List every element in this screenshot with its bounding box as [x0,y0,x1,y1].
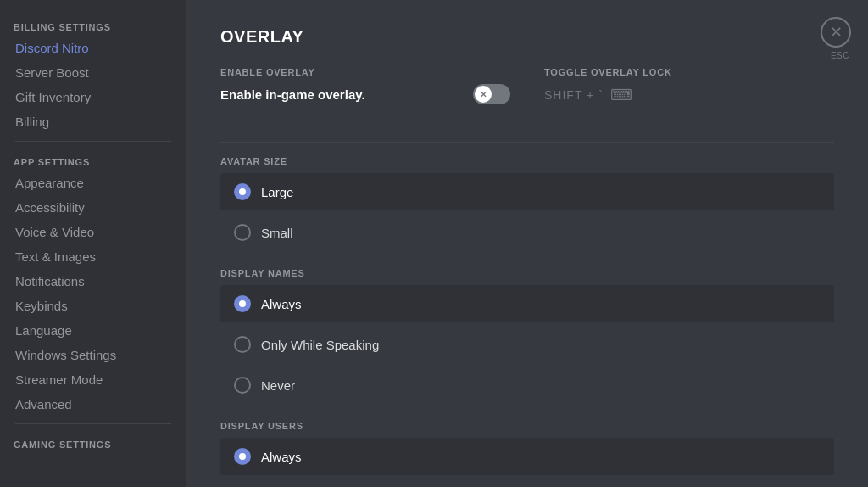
radio-label-large: Large [261,185,293,199]
radio-always-names[interactable]: Always [220,285,834,322]
app-settings-label: APP SETTINGS [7,152,180,171]
esc-label: ESC [831,51,849,60]
sidebar-item-label: Notifications [15,274,85,288]
sidebar-item-streamer-mode[interactable]: Streamer Mode [7,367,180,392]
sidebar-item-gift-inventory[interactable]: Gift Inventory [7,85,180,109]
radio-label-always-names: Always [261,297,302,311]
radio-circle-large [234,183,251,200]
sidebar-item-label: Server Boost [15,65,89,80]
sidebar-item-label: Windows Settings [15,348,116,362]
sidebar-item-label: Streamer Mode [15,372,103,387]
keyboard-icon: ⌨ [610,86,632,104]
radio-label-small: Small [261,226,293,240]
sidebar-item-label: Appearance [15,176,84,190]
radio-label-always-users: Always [261,450,302,464]
enable-row: Enable in-game overlay. ✕ [220,84,510,104]
radio-circle-never [234,377,251,394]
sidebar-item-notifications[interactable]: Notifications [7,269,180,294]
sidebar-item-label: Billing [15,115,49,129]
sidebar-item-keybinds[interactable]: Keybinds [7,294,180,318]
sidebar-item-label: Gift Inventory [15,90,91,104]
toggle-x-icon: ✕ [480,90,487,99]
keybind-area: SHIFT + ` ⌨ [544,86,834,104]
overlay-toggle[interactable]: ✕ [473,84,510,104]
sidebar-item-text-images[interactable]: Text & Images [7,244,180,269]
divider-billing-app [15,141,171,142]
sidebar-item-label: Advanced [15,397,72,411]
sidebar-item-discord-nitro[interactable]: Discord Nitro [7,36,180,60]
display-names-label: DISPLAY NAMES [220,268,834,278]
keybind-text: SHIFT + ` [544,88,604,102]
sidebar-item-windows-settings[interactable]: Windows Settings [7,343,180,367]
enable-overlay-label: ENABLE OVERLAY [220,67,510,77]
radio-circle-always-users [234,448,251,465]
radio-label-never: Never [261,378,295,393]
avatar-size-label: AVATAR SIZE [220,156,834,166]
display-users-label: DISPLAY USERS [220,421,834,431]
display-users-group: DISPLAY USERS Always [220,421,834,475]
sidebar-item-label: Accessibility [15,200,85,215]
sidebar-item-label: Text & Images [15,249,96,264]
display-names-group: DISPLAY NAMES Always Only While Speaking… [220,268,834,404]
radio-circle-always-names [234,295,251,312]
divider-1 [220,142,834,143]
sidebar-item-language[interactable]: Language [7,318,180,343]
page-title: OVERLAY [220,27,834,47]
close-icon: ✕ [830,23,843,42]
radio-label-only-while-speaking: Only While Speaking [261,338,379,352]
radio-dot-always-users [239,453,246,460]
sidebar-item-billing[interactable]: Billing [7,109,180,134]
sidebar: BILLING SETTINGS Discord Nitro Server Bo… [0,0,186,487]
radio-always-users[interactable]: Always [220,438,834,475]
radio-dot-always-names [239,300,246,307]
radio-large[interactable]: Large [220,173,834,210]
avatar-size-group: AVATAR SIZE Large Small [220,156,834,251]
radio-small[interactable]: Small [220,214,834,251]
sidebar-item-accessibility[interactable]: Accessibility [7,195,180,220]
divider-app-gaming [15,423,171,424]
sidebar-item-appearance[interactable]: Appearance [7,171,180,195]
close-button[interactable]: ✕ [821,17,851,48]
radio-never[interactable]: Never [220,367,834,404]
sidebar-item-server-boost[interactable]: Server Boost [7,60,180,85]
sidebar-item-voice-video[interactable]: Voice & Video [7,220,180,244]
overlay-top-row: ENABLE OVERLAY Enable in-game overlay. ✕… [220,67,834,128]
radio-circle-only-while-speaking [234,336,251,353]
sidebar-item-label: Language [15,323,72,338]
sidebar-item-label: Voice & Video [15,225,94,239]
sidebar-item-label: Discord Nitro [15,41,89,55]
radio-dot-large [239,188,246,195]
enable-overlay-text: Enable in-game overlay. [220,87,365,102]
enable-overlay-block: ENABLE OVERLAY Enable in-game overlay. ✕ [220,67,510,128]
sidebar-item-label: Keybinds [15,299,68,313]
toggle-knob: ✕ [475,86,492,103]
toggle-overlay-lock-block: TOGGLE OVERLAY LOCK SHIFT + ` ⌨ [544,67,834,128]
billing-settings-label: BILLING SETTINGS [7,17,180,36]
sidebar-item-advanced[interactable]: Advanced [7,392,180,417]
main-content: ✕ ESC OVERLAY ENABLE OVERLAY Enable in-g… [186,0,868,487]
radio-circle-small [234,224,251,241]
gaming-settings-label: GAMING SETTINGS [7,434,180,453]
toggle-overlay-lock-label: TOGGLE OVERLAY LOCK [544,67,834,77]
radio-only-while-speaking[interactable]: Only While Speaking [220,326,834,363]
